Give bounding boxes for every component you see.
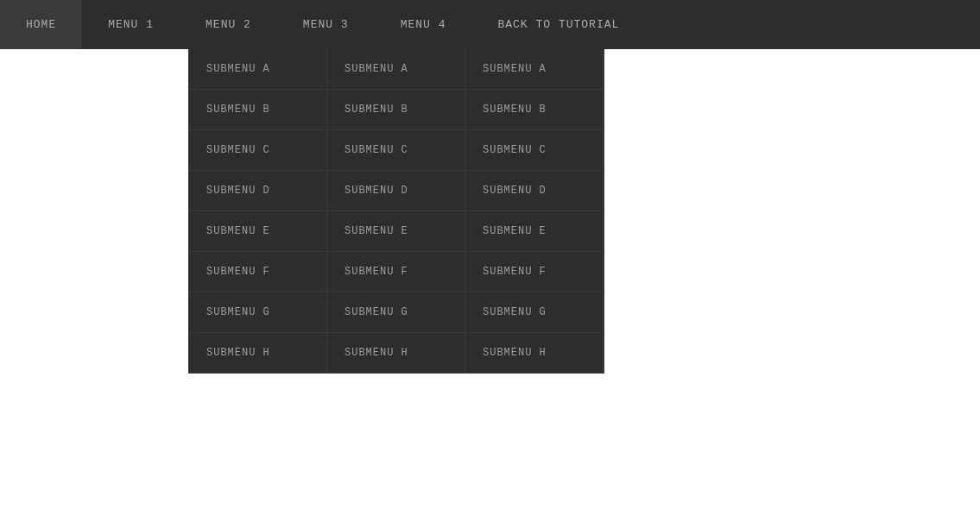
submenu-item[interactable]: SUBMENU F (189, 252, 326, 292)
dropdown-col-menu2-col: SUBMENU ASUBMENU BSUBMENU CSUBMENU DSUBM… (327, 49, 465, 373)
submenu-item[interactable]: SUBMENU E (189, 211, 326, 252)
submenu-item[interactable]: SUBMENU B (189, 90, 326, 130)
submenu-item[interactable]: SUBMENU G (465, 292, 604, 333)
dropdown-col-menu3-col: SUBMENU ASUBMENU BSUBMENU CSUBMENU DSUBM… (465, 49, 604, 373)
submenu-item[interactable]: SUBMENU E (465, 211, 604, 252)
submenu-item[interactable]: SUBMENU D (189, 171, 326, 211)
submenu-item[interactable]: SUBMENU A (327, 49, 465, 90)
submenu-item[interactable]: SUBMENU A (465, 49, 604, 90)
submenu-item[interactable]: SUBMENU H (189, 333, 326, 373)
submenu-item[interactable]: SUBMENU F (465, 252, 604, 292)
submenu-item[interactable]: SUBMENU G (327, 292, 465, 333)
nav-item-menu4[interactable]: MENU 4 (375, 0, 472, 49)
navbar: HOMEMENU 1MENU 2MENU 3MENU 4BACK TO TUTO… (0, 0, 980, 49)
nav-item-menu3[interactable]: MENU 3 (277, 0, 375, 49)
submenu-item[interactable]: SUBMENU C (465, 130, 604, 171)
submenu-item[interactable]: SUBMENU D (465, 171, 604, 211)
submenu-item[interactable]: SUBMENU C (327, 130, 465, 171)
submenu-item[interactable]: SUBMENU A (189, 49, 326, 90)
submenu-item[interactable]: SUBMENU C (189, 130, 326, 171)
nav-item-menu1[interactable]: MENU 1 (82, 0, 180, 49)
submenu-item[interactable]: SUBMENU F (327, 252, 465, 292)
submenu-item[interactable]: SUBMENU E (327, 211, 465, 252)
nav-item-back-to-tutorial[interactable]: BACK TO TUTORIAL (471, 0, 645, 49)
submenu-item[interactable]: SUBMENU H (327, 333, 465, 373)
submenu-item[interactable]: SUBMENU B (465, 90, 604, 130)
submenu-item[interactable]: SUBMENU B (327, 90, 465, 130)
dropdown-menu: SUBMENU ASUBMENU BSUBMENU CSUBMENU DSUBM… (188, 49, 604, 374)
nav-item-menu2[interactable]: MENU 2 (180, 0, 277, 49)
submenu-item[interactable]: SUBMENU H (465, 333, 604, 373)
submenu-item[interactable]: SUBMENU G (189, 292, 326, 333)
nav-item-home[interactable]: HOME (0, 0, 82, 49)
submenu-item[interactable]: SUBMENU D (327, 171, 465, 211)
dropdown-col-menu1-col: SUBMENU ASUBMENU BSUBMENU CSUBMENU DSUBM… (189, 49, 327, 373)
